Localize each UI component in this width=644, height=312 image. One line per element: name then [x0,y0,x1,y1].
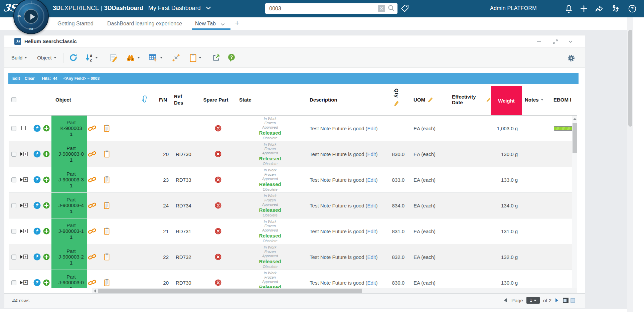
scroll-left-icon[interactable] [94,289,96,293]
object-cell[interactable]: Part J-900003-0 1 [51,141,87,167]
clipboard-icon[interactable] [98,218,116,244]
dashboard-menu-chevron-icon[interactable] [206,5,211,12]
row-checkbox[interactable] [11,177,16,182]
object-cell[interactable]: Part J-900003-1 1 [51,218,87,244]
minimize-icon[interactable] [536,39,541,46]
row-checkbox[interactable] [11,229,16,234]
column-header-ebom[interactable]: EBOM I [550,84,577,115]
link-icon[interactable] [87,270,98,288]
navigate-icon[interactable] [33,270,41,288]
clipboard-icon[interactable] [189,53,201,62]
search-icon[interactable] [388,5,394,13]
navigate-icon[interactable] [33,141,41,167]
no-icon[interactable] [215,176,221,183]
column-header-notes[interactable]: Notes [522,84,550,115]
clipboard-icon[interactable] [98,116,116,141]
navigate-icon[interactable] [33,116,41,141]
object-cell[interactable]: Part J-900003-2 1 [51,244,87,270]
chevron-down-icon[interactable] [541,99,543,101]
help-bubble-icon[interactable]: ? [227,53,235,62]
vertical-scroll-thumb[interactable] [573,123,577,153]
object-cell[interactable]: Part J-900003-4 1 [51,193,87,218]
object-cell[interactable]: Part K-900003 1 [51,116,87,141]
ebom-progress-bar[interactable] [554,126,575,131]
row-checkbox[interactable] [11,255,16,260]
edit-description-link[interactable]: Edit [367,151,376,157]
table-horizontal-scrollbar[interactable] [92,288,577,293]
table-select-icon[interactable] [149,53,163,62]
expand-icon[interactable]: + [20,229,28,233]
scroll-up-icon[interactable] [573,118,577,120]
communities-icon[interactable] [611,4,620,14]
no-icon[interactable] [215,125,221,132]
clear-search-icon[interactable]: ✕ [378,5,385,12]
column-header-weight[interactable]: Weight [491,86,522,115]
clipboard-icon[interactable] [98,270,116,288]
no-icon[interactable] [215,254,221,260]
filter-clear-link[interactable]: Clear [25,76,35,81]
widget-menu-chevron-icon[interactable] [568,39,573,45]
page-select[interactable]: 1 [526,297,540,304]
link-icon[interactable] [87,116,98,141]
sort-az-icon[interactable]: AZ [85,53,98,62]
expand-icon[interactable]: + [20,280,28,285]
expand-icon[interactable]: + [20,255,28,259]
add-icon[interactable] [41,193,51,218]
navigate-icon[interactable] [33,167,41,192]
column-header-ref-des[interactable]: Ref Des [171,84,197,115]
export-icon[interactable] [212,54,220,62]
expand-icon[interactable] [553,39,558,46]
edit-pad-icon[interactable] [109,53,118,62]
expand-icon[interactable]: + [20,177,28,182]
tag-icon[interactable] [400,4,409,14]
plus-icon[interactable] [580,4,588,14]
edit-description-link[interactable]: Edit [367,203,376,208]
link-icon[interactable] [87,218,98,244]
row-checkbox[interactable] [11,126,16,131]
gear-icon[interactable] [568,54,575,63]
add-icon[interactable] [41,218,51,244]
edit-description-link[interactable]: Edit [367,254,376,260]
paperclip-icon[interactable] [116,84,157,115]
filter-edit-link[interactable]: Edit [12,76,20,81]
share-icon[interactable] [595,4,604,14]
no-icon[interactable] [215,279,221,286]
column-header-description[interactable]: Description [298,84,388,115]
row-checkbox[interactable] [11,152,16,157]
view-toggle-full-icon[interactable] [571,298,575,303]
object-cell[interactable]: Part J-900003-3 1 [51,167,87,192]
edit-description-link[interactable]: Edit [367,126,376,131]
build-menu[interactable]: Build [11,55,27,60]
next-page-icon[interactable] [555,298,558,302]
link-icon[interactable] [87,167,98,192]
tab-menu-chevron-icon[interactable] [220,21,225,27]
page-scrollbar[interactable] [627,17,633,312]
no-icon[interactable] [215,202,221,209]
row-checkbox[interactable] [11,203,16,208]
help-icon[interactable]: ? [628,4,637,14]
clipboard-icon[interactable] [98,244,116,270]
previous-page-icon[interactable] [504,298,507,302]
tab-dashboard-learning[interactable]: DashBoard learning experience [107,17,182,30]
link-icon[interactable] [87,244,98,270]
refresh-icon[interactable] [69,53,78,62]
no-icon[interactable] [215,228,221,235]
column-header-qty[interactable]: Qty [388,84,405,115]
column-header-state[interactable]: State [234,84,298,115]
add-icon[interactable] [41,141,51,167]
search-input[interactable] [265,6,378,12]
tab-new-tab[interactable]: New Tab [195,17,216,30]
row-checkbox[interactable] [11,280,16,285]
clipboard-icon[interactable] [98,167,116,192]
object-menu[interactable]: Object [37,55,56,60]
select-all-checkbox[interactable] [11,97,16,102]
link-icon[interactable] [87,193,98,218]
expand-icon[interactable]: + [20,152,28,156]
expand-icon[interactable]: + [20,203,28,207]
compare-icon[interactable] [171,53,181,62]
navigate-icon[interactable] [33,244,41,270]
page-scroll-thumb[interactable] [628,30,632,127]
object-cell[interactable]: Part J-900003-0 1 [51,270,87,288]
no-icon[interactable] [215,151,221,157]
navigate-icon[interactable] [33,193,41,218]
